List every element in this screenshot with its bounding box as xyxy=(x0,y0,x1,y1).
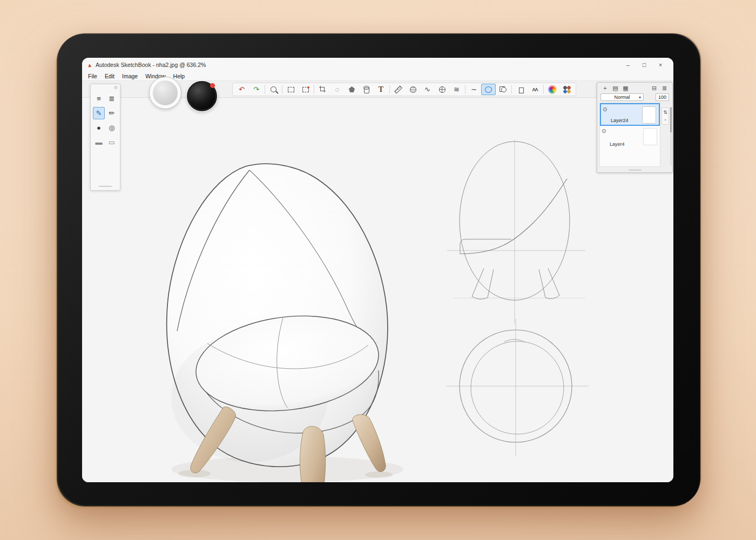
french-curve-icon[interactable]: ∿ xyxy=(420,84,435,95)
blend-mode-select[interactable]: Normal ▾ xyxy=(600,93,644,101)
icon-glyph: ◌ xyxy=(335,85,340,93)
color-puck[interactable] xyxy=(187,81,217,111)
titlebar: ▲ Autodesk SketchBook - nha2.jpg @ 636.2… xyxy=(82,58,673,72)
icon-glyph xyxy=(519,87,524,93)
layer-side-controls: ⇅ ▫ xyxy=(662,107,669,125)
canvas[interactable] xyxy=(82,98,673,482)
undo-icon[interactable]: ↶ xyxy=(234,84,249,95)
close-button[interactable]: × xyxy=(652,62,669,68)
window-controls: – □ × xyxy=(620,62,669,68)
layer-visibility-icon[interactable]: ⊙ xyxy=(603,106,607,112)
icon-glyph: ⊟ xyxy=(652,85,657,92)
layer-row[interactable]: ⊙ Layer24 xyxy=(600,103,660,126)
layer-folder-icon[interactable]: ▤ xyxy=(611,84,620,92)
ellipse-guide-icon[interactable] xyxy=(481,84,496,95)
layer-name: Layer24 xyxy=(611,118,629,123)
fill-icon[interactable] xyxy=(359,84,374,95)
toolbar-divider xyxy=(314,85,314,94)
menu-item[interactable]: File xyxy=(84,73,101,79)
layers-panel-header: +▤▦⊟≣ xyxy=(597,83,672,92)
steady-stroke-icon[interactable]: ∼ xyxy=(467,84,481,95)
icon-glyph xyxy=(485,86,492,93)
transform-select-icon[interactable] xyxy=(298,84,313,95)
icon-glyph: ∿ xyxy=(424,85,430,93)
icon-glyph: ▤ xyxy=(612,85,618,92)
icon-glyph: ΛΛ xyxy=(532,87,537,92)
text-icon[interactable]: T xyxy=(374,84,388,95)
brush-size-puck[interactable] xyxy=(150,77,181,109)
icon-glyph: ≋ xyxy=(454,85,460,93)
redo-icon[interactable]: ↷ xyxy=(249,84,264,95)
icon-glyph xyxy=(563,85,571,94)
icon-glyph: ✏ xyxy=(109,109,115,117)
eraser-hard-icon[interactable]: ▬ xyxy=(93,136,105,148)
layer-opacity-field[interactable]: 100 xyxy=(656,93,669,101)
layers-scrollbar[interactable] xyxy=(670,106,672,166)
color-wheel-icon[interactable] xyxy=(545,84,559,95)
palette-grid: ≡≣✎✏●◎▬▭ xyxy=(91,92,120,148)
layer-row[interactable]: ⊙ Layer4 xyxy=(600,126,660,148)
palette-settings-icon[interactable]: ⚙ xyxy=(114,85,118,90)
sketch-drawing xyxy=(82,98,673,482)
tablet-device: ▲ Autodesk SketchBook - nha2.jpg @ 636.2… xyxy=(57,33,700,507)
panel-menu-icon[interactable]: ≣ xyxy=(660,84,669,92)
predictive-stroke-icon[interactable]: ≋ xyxy=(449,84,464,95)
minimize-button[interactable]: – xyxy=(620,62,636,68)
icon-glyph: T xyxy=(379,85,383,94)
icon-glyph: ▦ xyxy=(623,85,628,92)
add-layer-icon[interactable]: + xyxy=(600,84,610,92)
copic-swatches-icon[interactable] xyxy=(559,84,574,95)
icon-glyph: ● xyxy=(97,124,101,132)
eraser-soft-icon[interactable]: ▭ xyxy=(106,136,118,148)
icon-glyph xyxy=(500,86,507,92)
toolbar-divider xyxy=(389,85,390,94)
marquee-select-icon[interactable] xyxy=(284,84,298,95)
top-view-sketch xyxy=(446,319,589,456)
import-image-icon[interactable]: ▦ xyxy=(621,84,630,92)
icon-glyph: ≡ xyxy=(97,94,101,103)
stroke-settings-icon[interactable]: ≣ xyxy=(106,92,118,105)
layer-reorder-spinner[interactable]: ⇅ xyxy=(663,110,667,115)
layer-visibility-icon[interactable]: ⊙ xyxy=(602,128,606,134)
icon-glyph xyxy=(548,85,557,94)
secondary-color-swatch[interactable]: ◎ xyxy=(106,122,118,134)
layer-stack-icon[interactable]: ⊟ xyxy=(650,84,659,92)
ruler-icon[interactable] xyxy=(391,84,406,95)
icon-glyph: + xyxy=(603,85,606,91)
shapes-icon[interactable] xyxy=(496,84,510,95)
palette-drag-handle[interactable] xyxy=(91,184,120,188)
layer-lock-icon[interactable]: ▫ xyxy=(664,117,666,123)
icon-glyph xyxy=(439,86,446,93)
layer-name: Layer4 xyxy=(610,141,625,147)
icon-glyph xyxy=(349,86,355,92)
brush-library-icon[interactable]: ΛΛ xyxy=(528,84,542,95)
maximize-button[interactable]: □ xyxy=(636,62,652,68)
menu-item[interactable]: Edit xyxy=(101,73,118,79)
chevron-down-icon: ▾ xyxy=(639,95,641,100)
brush-settings-icon[interactable]: ≡ xyxy=(93,92,105,105)
toolbar-divider xyxy=(543,85,544,94)
mirror-icon[interactable] xyxy=(406,84,420,95)
toolbar-divider xyxy=(265,85,265,94)
blend-row: Normal ▾ 100 xyxy=(597,92,672,103)
icon-glyph xyxy=(410,86,416,93)
blend-mode-value: Normal xyxy=(614,94,630,100)
icon-glyph: ▭ xyxy=(109,138,115,146)
polygon-select-icon[interactable] xyxy=(345,84,359,95)
pencil-tool-icon[interactable]: ✎ xyxy=(93,107,105,119)
icon-glyph: ↶ xyxy=(239,85,245,93)
perspective-icon[interactable] xyxy=(435,84,449,95)
icon-glyph xyxy=(271,86,276,92)
menu-item[interactable]: Image xyxy=(118,73,141,79)
toolbar-divider xyxy=(465,85,465,94)
crop-icon[interactable] xyxy=(315,84,330,95)
icon-glyph xyxy=(319,86,326,93)
zoom-icon[interactable] xyxy=(266,84,281,95)
distort-icon[interactable]: ◌ xyxy=(330,84,345,95)
panel-drag-handle[interactable] xyxy=(597,168,672,172)
pen-tool-icon[interactable]: ✏ xyxy=(106,107,118,119)
tool-palette: ⚙ ≡≣✎✏●◎▬▭ xyxy=(90,84,120,191)
layers-list: ⊙ Layer24 ⊙ Layer4 xyxy=(599,103,660,167)
primary-color-swatch[interactable]: ● xyxy=(93,122,105,134)
copy-paste-icon[interactable] xyxy=(513,84,528,95)
